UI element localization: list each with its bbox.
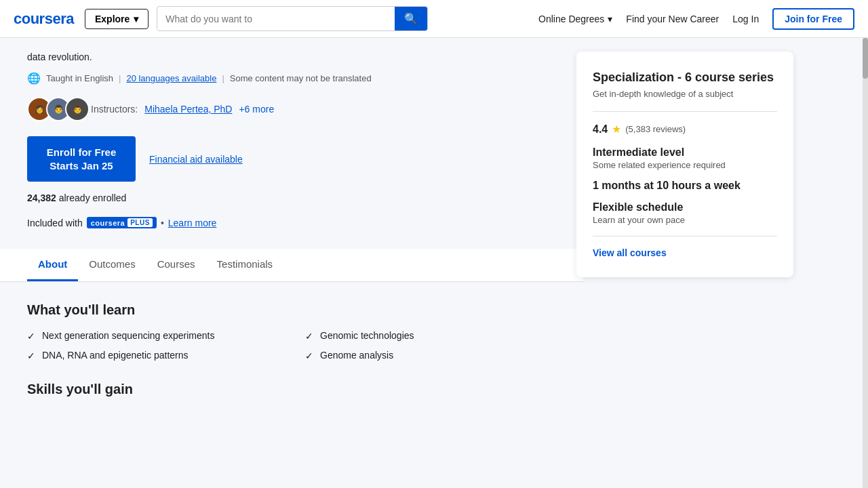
card-divider-1	[593, 111, 777, 112]
log-in-button[interactable]: Log In	[732, 14, 759, 24]
check-icon: ✓	[305, 350, 313, 361]
learn-item-2: Genomic technologies	[320, 330, 414, 341]
search-icon: 🔍	[404, 13, 418, 24]
learn-item-3: DNA, RNA and epigenetic patterns	[42, 350, 189, 361]
tab-courses[interactable]: Courses	[146, 249, 206, 281]
level-sub: Some related experience required	[593, 160, 777, 170]
enroll-button[interactable]: Enroll for Free Starts Jan 25	[27, 136, 136, 182]
check-icon: ✓	[27, 331, 35, 342]
card-rating-row: 4.4 ★ (5,383 reviews)	[593, 123, 777, 136]
learn-grid: ✓ Next generation sequencing experiments…	[27, 330, 556, 361]
card-schedule-item: Flexible schedule Learn at your own pace	[593, 201, 777, 225]
languages-available-link[interactable]: 20 languages available	[126, 73, 216, 83]
dot-separator: •	[161, 218, 164, 228]
tab-about[interactable]: About	[27, 249, 78, 281]
schedule-sub: Learn at your own pace	[593, 215, 777, 225]
search-input[interactable]	[157, 8, 395, 30]
avatar-3: 👨	[65, 97, 90, 121]
what-you-learn-title: What you'll learn	[27, 302, 556, 318]
data-revolution-text: data revolution.	[27, 52, 556, 62]
logo-text: coursera	[14, 10, 74, 28]
tabs-bar: About Outcomes Courses Testimonials	[0, 249, 583, 282]
instructors-label: Instructors:	[91, 104, 138, 115]
online-degrees-button[interactable]: Online Degrees ▾	[538, 14, 612, 24]
language-row: 🌐 Taught in English | 20 languages avail…	[27, 72, 556, 85]
explore-label: Explore	[95, 14, 130, 24]
translate-icon: 🌐	[27, 72, 41, 85]
main-container: data revolution. 🌐 Taught in English | 2…	[0, 38, 868, 488]
check-icon: ✓	[305, 331, 313, 342]
schedule-label: Flexible schedule	[593, 201, 777, 214]
translation-note: Some content may not be translated	[230, 73, 372, 83]
card-duration-item: 1 months at 10 hours a week	[593, 180, 777, 192]
instructor-avatars: 👩 👨 👨	[27, 97, 84, 121]
chevron-down-icon: ▾	[134, 14, 138, 24]
find-career-button[interactable]: Find your New Career	[626, 14, 719, 24]
chevron-down-icon: ▾	[608, 14, 612, 24]
card-level-item: Intermediate level Some related experien…	[593, 146, 777, 170]
online-degrees-label: Online Degrees	[538, 14, 604, 24]
reviews-text: (5,383 reviews)	[625, 124, 686, 134]
tab-testimonials[interactable]: Testimonials	[206, 249, 284, 281]
instructor-name-link[interactable]: Mihaela Pertea, PhD	[144, 104, 232, 115]
duration-label: 1 months at 10 hours a week	[593, 180, 777, 192]
enrolled-number: 24,382	[27, 192, 56, 203]
list-item: ✓ Genomic technologies	[305, 330, 556, 342]
card-subtitle: Get in-depth knowledge of a subject	[593, 89, 777, 99]
scroll-thumb	[863, 38, 868, 79]
check-icon: ✓	[27, 350, 35, 361]
explore-button[interactable]: Explore ▾	[85, 9, 149, 29]
learn-more-link[interactable]: Learn more	[168, 218, 217, 228]
learn-item-4: Genome analysis	[320, 350, 393, 361]
list-item: ✓ DNA, RNA and epigenetic patterns	[27, 350, 278, 361]
enroll-section: Enroll for Free Starts Jan 25 Financial …	[27, 136, 556, 182]
right-card: Specialization - 6 course series Get in-…	[576, 52, 793, 277]
header-right: Online Degrees ▾ Find your New Career Lo…	[538, 8, 854, 30]
left-content: data revolution. 🌐 Taught in English | 2…	[27, 52, 556, 461]
logo[interactable]: coursera	[14, 10, 74, 28]
enrolled-label: already enrolled	[59, 192, 127, 203]
enroll-line2: Starts Jan 25	[43, 159, 119, 173]
card-series-title: Specialization - 6 course series	[593, 70, 777, 85]
skills-title: Skills you'll gain	[27, 382, 556, 397]
plus-badge: PLUS	[127, 218, 153, 227]
list-item: ✓ Genome analysis	[305, 350, 556, 361]
header: coursera Explore ▾ 🔍 Online Degrees ▾ Fi…	[0, 0, 868, 38]
join-label: Join for Free	[785, 14, 842, 24]
enroll-line1: Enroll for Free	[43, 146, 119, 159]
view-all-courses-link[interactable]: View all courses	[593, 247, 667, 258]
instructor-more-link[interactable]: +6 more	[239, 104, 274, 115]
scrollbar[interactable]	[863, 38, 868, 488]
separator: |	[119, 73, 121, 83]
log-in-label: Log In	[732, 14, 759, 24]
tab-outcomes[interactable]: Outcomes	[78, 249, 146, 281]
rating-number: 4.4	[593, 123, 608, 136]
card-divider-2	[593, 236, 777, 237]
included-with-label: Included with	[27, 218, 83, 228]
join-for-free-button[interactable]: Join for Free	[772, 8, 854, 30]
coursera-plus-row: Included with coursera PLUS • Learn more	[27, 217, 556, 228]
separator2: |	[222, 73, 224, 83]
star-icon: ★	[612, 123, 621, 136]
level-label: Intermediate level	[593, 146, 777, 159]
financial-aid-link[interactable]: Financial aid available	[149, 154, 243, 165]
enrolled-count: 24,382 already enrolled	[27, 192, 556, 203]
learn-item-1: Next generation sequencing experiments	[42, 330, 215, 341]
find-career-label: Find your New Career	[626, 14, 719, 24]
coursera-plus-logo: coursera PLUS	[87, 217, 157, 228]
search-button[interactable]: 🔍	[395, 7, 427, 30]
search-bar: 🔍	[157, 6, 428, 31]
taught-in-label: Taught in English	[46, 73, 113, 83]
instructors-row: 👩 👨 👨 Instructors: Mihaela Pertea, PhD +…	[27, 97, 556, 121]
list-item: ✓ Next generation sequencing experiments	[27, 330, 278, 342]
